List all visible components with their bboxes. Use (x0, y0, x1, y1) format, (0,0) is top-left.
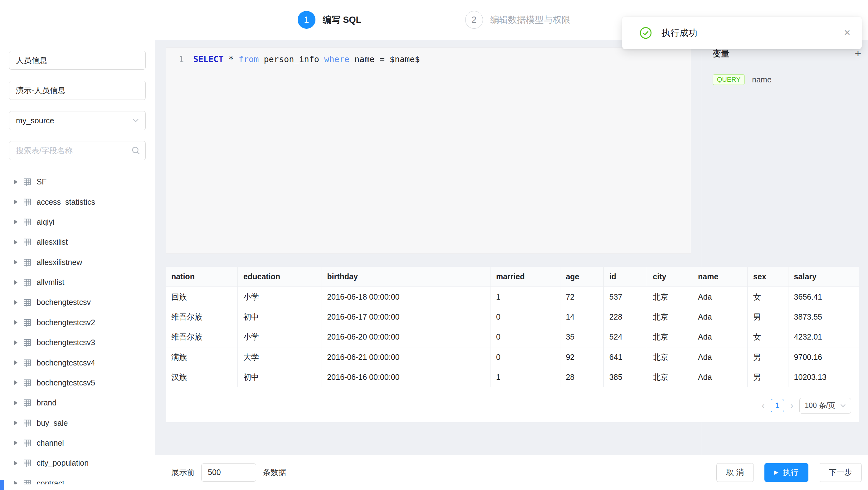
column-header-city: city (647, 267, 692, 287)
row-limit-prefix-label: 展示前 (171, 467, 195, 478)
caret-right-icon[interactable] (14, 441, 18, 445)
step-1-number: 1 (298, 11, 315, 29)
table-tree: SFaccess_statisticsaiqiyiallesxilistalle… (9, 172, 146, 484)
caret-right-icon[interactable] (14, 401, 18, 405)
table-cell: 0 (491, 327, 560, 347)
step-write-sql[interactable]: 1 编写 SQL (298, 11, 361, 29)
table-icon (23, 399, 32, 407)
sql-code: SELECT * from person_info where name = $… (193, 54, 420, 64)
tree-item-bochengtestcsv[interactable]: bochengtestcsv (9, 293, 146, 312)
table-search (9, 141, 146, 160)
dataset-title-input[interactable] (9, 81, 146, 100)
table-icon (23, 238, 32, 246)
caret-right-icon[interactable] (14, 421, 18, 425)
page-size-value: 100 条/页 (805, 401, 835, 410)
execute-button[interactable]: ▶ 执行 (765, 463, 808, 482)
table-cell: 2016-06-21 00:00:00 (321, 347, 491, 367)
table-icon (23, 258, 32, 267)
variables-title: 变量 (713, 48, 730, 59)
row-limit-input[interactable] (201, 463, 256, 481)
table-cell: 9700.16 (788, 347, 859, 367)
tree-item-bochengtestcsv4[interactable]: bochengtestcsv4 (9, 353, 146, 373)
caret-right-icon[interactable] (14, 481, 18, 484)
column-header-married: married (491, 267, 560, 287)
table-cell: 北京 (647, 307, 692, 327)
column-header-birthday: birthday (321, 267, 491, 287)
cancel-button[interactable]: 取 消 (716, 463, 754, 482)
caret-right-icon[interactable] (14, 220, 18, 224)
tree-item-access_statistics[interactable]: access_statistics (9, 192, 146, 212)
page-size-select[interactable]: 100 条/页 (799, 398, 851, 414)
tree-item-buy_sale[interactable]: buy_sale (9, 413, 146, 433)
column-header-sex: sex (748, 267, 788, 287)
table-cell: 2016-06-20 00:00:00 (321, 327, 491, 347)
caret-right-icon[interactable] (14, 300, 18, 305)
pagination: ‹ 1 › 100 条/页 (760, 398, 851, 414)
caret-right-icon[interactable] (14, 380, 18, 385)
table-cell: 2016-06-18 00:00:00 (321, 287, 491, 307)
code-token: SELECT (193, 54, 224, 64)
caret-right-icon[interactable] (14, 361, 18, 365)
table-icon (23, 198, 32, 206)
tree-item-label: buy_sale (36, 419, 68, 428)
toast-message: 执行成功 (661, 27, 844, 39)
table-cell: 北京 (647, 347, 692, 367)
caret-right-icon[interactable] (14, 320, 18, 325)
table-icon (23, 298, 32, 307)
step-edit-model[interactable]: 2 编辑数据模型与权限 (465, 11, 571, 29)
caret-right-icon[interactable] (14, 340, 18, 345)
table-cell: Ada (692, 327, 748, 347)
table-cell: 维吾尔族 (166, 307, 238, 327)
tree-item-channel[interactable]: channel (9, 433, 146, 453)
sql-editor[interactable]: 1 SELECT * from person_info where name =… (166, 48, 691, 254)
prev-page-button[interactable]: ‹ (760, 400, 766, 411)
column-header-id: id (603, 267, 647, 287)
current-page-button[interactable]: 1 (771, 399, 784, 412)
variables-header: 变量 + (713, 48, 861, 59)
close-icon[interactable]: ✕ (844, 28, 850, 38)
table-cell: 初中 (238, 307, 321, 327)
table-cell: 女 (748, 287, 788, 307)
variable-row: QUERY name (713, 74, 861, 85)
variable-type-badge: QUERY (713, 74, 745, 85)
table-cell: 男 (748, 307, 788, 327)
steps-indicator: 1 编写 SQL 2 编辑数据模型与权限 (298, 11, 571, 29)
table-cell: 641 (603, 347, 647, 367)
next-page-button[interactable]: › (789, 400, 795, 411)
tree-item-brand[interactable]: brand (9, 393, 146, 413)
caret-right-icon[interactable] (14, 260, 18, 264)
code-token: from (239, 54, 259, 64)
table-cell: 385 (603, 367, 647, 387)
table-icon (23, 378, 32, 387)
table-row: 汉族初中2016-06-16 00:00:00128385北京Ada男10203… (166, 367, 859, 387)
next-step-button[interactable]: 下一步 (819, 463, 862, 482)
caret-right-icon[interactable] (14, 280, 18, 285)
tree-item-SF[interactable]: SF (9, 172, 146, 192)
tree-item-aiqiyi[interactable]: aiqiyi (9, 212, 146, 232)
tree-item-city_population[interactable]: city_population (9, 453, 146, 473)
tree-item-contract[interactable]: contract (9, 473, 146, 484)
tree-item-allesxilist[interactable]: allesxilist (9, 232, 146, 252)
search-input[interactable] (9, 141, 146, 160)
tree-item-bochengtestcsv3[interactable]: bochengtestcsv3 (9, 332, 146, 353)
tree-item-allesxilistnew[interactable]: allesxilistnew (9, 252, 146, 272)
tree-item-bochengtestcsv5[interactable]: bochengtestcsv5 (9, 373, 146, 393)
scrollbar-thumb[interactable] (0, 480, 4, 490)
table-cell: 0 (491, 307, 560, 327)
code-token: person_info (259, 54, 324, 64)
bottom-bar: 展示前 条数据 取 消 ▶ 执行 下一步 (155, 455, 868, 490)
table-cell: 92 (560, 347, 603, 367)
caret-right-icon[interactable] (14, 200, 18, 204)
tree-item-allvmlist[interactable]: allvmlist (9, 272, 146, 292)
datasource-select[interactable]: my_source (9, 111, 146, 130)
table-cell: Ada (692, 287, 748, 307)
caret-right-icon[interactable] (14, 180, 18, 184)
tree-item-bochengtestcsv2[interactable]: bochengtestcsv2 (9, 312, 146, 332)
add-variable-icon[interactable]: + (855, 48, 862, 59)
results-table: nationeducationbirthdaymarriedageidcityn… (166, 267, 859, 388)
table-row: 维吾尔族初中2016-06-17 00:00:00014228北京Ada男387… (166, 307, 859, 327)
table-icon (23, 218, 32, 226)
caret-right-icon[interactable] (14, 240, 18, 244)
caret-right-icon[interactable] (14, 461, 18, 465)
dataset-name-input[interactable] (9, 51, 146, 70)
